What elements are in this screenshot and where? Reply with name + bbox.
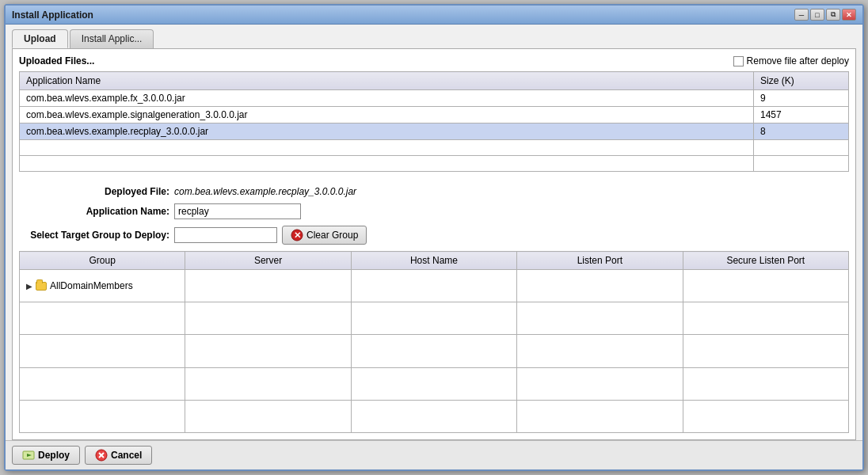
application-name-row: Application Name: — [19, 203, 849, 219]
window-title: Install Application — [12, 10, 93, 21]
port-cell — [517, 302, 683, 335]
hostname-cell — [351, 367, 516, 400]
remove-after-deploy-label: Remove file after deploy — [747, 55, 849, 66]
cancel-label: Cancel — [111, 450, 142, 461]
tab-upload[interactable]: Upload — [12, 29, 68, 48]
deployed-file-row: Deployed File: com.bea.wlevs.example.rec… — [19, 186, 849, 197]
size-cell: 1457 — [754, 107, 849, 124]
table-row[interactable] — [20, 140, 849, 156]
col-header-app-name: Application Name — [20, 72, 754, 90]
maximize-button[interactable]: □ — [810, 9, 824, 21]
size-cell — [754, 156, 849, 172]
secure-port-cell — [683, 367, 848, 400]
remove-file-option: Remove file after deploy — [733, 55, 849, 66]
table-row[interactable] — [20, 335, 849, 367]
table-row[interactable] — [20, 302, 849, 335]
footer-bar: Deploy Cancel — [6, 440, 862, 469]
col-header-group: Group — [20, 252, 185, 270]
col-header-size: Size (K) — [754, 72, 849, 90]
group-cell — [20, 400, 185, 432]
table-row[interactable] — [20, 156, 849, 172]
tab-install-applic[interactable]: Install Applic... — [70, 29, 154, 48]
table-row[interactable] — [20, 367, 849, 400]
group-cell: ▶ AllDomainMembers — [20, 270, 185, 302]
col-header-hostname: Host Name — [351, 252, 516, 270]
cancel-button[interactable]: Cancel — [85, 446, 152, 465]
server-row-item: ▶ AllDomainMembers — [26, 280, 178, 291]
app-name-cell: com.bea.wlevs.example.signalgeneration_3… — [20, 107, 754, 124]
size-cell: 9 — [754, 90, 849, 107]
group-cell — [20, 302, 185, 335]
deploy-icon — [22, 449, 35, 462]
cancel-icon — [95, 449, 108, 462]
port-cell — [517, 335, 683, 367]
port-cell — [517, 400, 683, 432]
deploy-label: Deploy — [38, 450, 70, 461]
server-cell — [185, 400, 351, 432]
hostname-cell — [351, 270, 516, 302]
hostname-cell — [351, 335, 516, 367]
uploaded-files-header: Uploaded Files... Remove file after depl… — [19, 55, 849, 66]
app-name-cell: com.bea.wlevs.example.fx_3.0.0.0.jar — [20, 90, 754, 107]
deployed-file-label: Deployed File: — [19, 186, 169, 197]
app-name-cell — [20, 156, 754, 172]
clear-group-label: Clear Group — [306, 230, 358, 241]
port-cell — [517, 367, 683, 400]
folder-icon — [36, 282, 47, 291]
files-table: Application Name Size (K) com.bea.wlevs.… — [19, 71, 849, 172]
servers-table: Group Server Host Name Listen Port Secur — [19, 251, 849, 433]
table-row[interactable] — [20, 400, 849, 432]
group-cell — [20, 335, 185, 367]
select-target-label: Select Target Group to Deploy: — [19, 230, 169, 241]
table-row[interactable]: com.bea.wlevs.example.fx_3.0.0.0.jar 9 — [20, 90, 849, 107]
uploaded-files-label: Uploaded Files... — [19, 55, 94, 66]
port-cell — [517, 270, 683, 302]
expand-icon[interactable]: ▶ — [26, 282, 32, 291]
col-header-secure-port: Secure Listen Port — [683, 252, 848, 270]
select-target-row: Select Target Group to Deploy: ✕ Clear G… — [19, 226, 849, 245]
close-button[interactable]: ✕ — [842, 9, 856, 21]
window-content: Upload Install Applic... Uploaded Files.… — [6, 25, 862, 469]
secure-port-cell — [683, 335, 848, 367]
select-target-input[interactable] — [174, 227, 277, 243]
secure-port-cell — [683, 302, 848, 335]
col-header-server: Server — [185, 252, 351, 270]
server-cell — [185, 335, 351, 367]
title-bar: Install Application ─ □ ⧉ ✕ — [6, 6, 862, 25]
clear-group-button[interactable]: ✕ Clear Group — [282, 226, 367, 245]
app-name-cell: com.bea.wlevs.example.recplay_3.0.0.0.ja… — [20, 124, 754, 140]
hostname-cell — [351, 302, 516, 335]
form-section: Deployed File: com.bea.wlevs.example.rec… — [19, 180, 849, 251]
svg-text:✕: ✕ — [294, 230, 301, 240]
table-row[interactable]: com.bea.wlevs.example.signalgeneration_3… — [20, 107, 849, 124]
secure-port-cell — [683, 270, 848, 302]
table-row[interactable]: ▶ AllDomainMembers — [20, 270, 849, 302]
main-window: Install Application ─ □ ⧉ ✕ Upload Insta… — [4, 4, 864, 471]
tab-panel-upload: Uploaded Files... Remove file after depl… — [12, 48, 856, 440]
deployed-file-value: com.bea.wlevs.example.recplay_3.0.0.0.ja… — [174, 186, 356, 197]
tabs-bar: Upload Install Applic... — [6, 25, 862, 48]
clear-group-icon: ✕ — [291, 229, 303, 241]
window-controls: ─ □ ⧉ ✕ — [794, 9, 856, 21]
app-name-cell — [20, 140, 754, 156]
col-header-listen-port: Listen Port — [517, 252, 683, 270]
application-name-input[interactable] — [174, 203, 301, 219]
secure-port-cell — [683, 400, 848, 432]
server-cell — [185, 302, 351, 335]
size-cell — [754, 140, 849, 156]
deploy-button[interactable]: Deploy — [12, 446, 80, 465]
size-cell: 8 — [754, 124, 849, 140]
server-cell — [185, 270, 351, 302]
application-name-label: Application Name: — [19, 206, 169, 217]
hostname-cell — [351, 400, 516, 432]
table-row[interactable]: com.bea.wlevs.example.recplay_3.0.0.0.ja… — [20, 124, 849, 140]
group-cell — [20, 367, 185, 400]
restore-button[interactable]: ⧉ — [826, 9, 840, 21]
remove-after-deploy-checkbox[interactable] — [733, 56, 744, 66]
server-cell — [185, 367, 351, 400]
minimize-button[interactable]: ─ — [794, 9, 809, 21]
